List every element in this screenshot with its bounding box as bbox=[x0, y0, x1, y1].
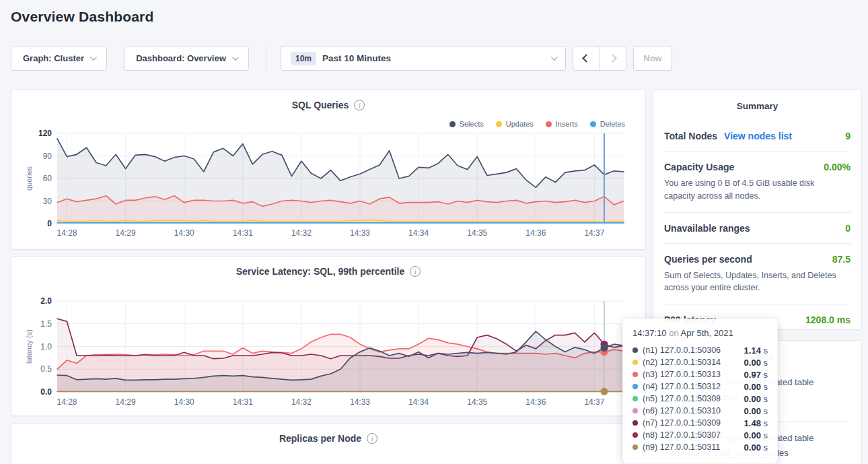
sql-queries-chart[interactable]: 030609012014:2814:2914:3014:3114:3214:33… bbox=[24, 128, 635, 242]
replicas-title: Replicas per Node bbox=[279, 433, 361, 444]
legend-label: Selects bbox=[460, 120, 484, 128]
time-range-picker[interactable]: 10m Past 10 Minutes bbox=[281, 46, 566, 71]
summary-panel: Summary Total Nodes View nodes list 9 Ca… bbox=[653, 90, 862, 330]
svg-text:14:32: 14:32 bbox=[291, 228, 312, 238]
tooltip-node-label: (n3) 127.0.0.1:50313 bbox=[643, 370, 721, 379]
tooltip-node-label: (n7) 127.0.0.1:50309 bbox=[643, 418, 721, 428]
graph-dropdown-label: Graph: Cluster bbox=[23, 53, 84, 63]
graph-dropdown[interactable]: Graph: Cluster bbox=[11, 46, 107, 71]
svg-text:14:29: 14:29 bbox=[116, 397, 136, 407]
svg-text:1.0: 1.0 bbox=[40, 342, 52, 352]
info-icon[interactable] bbox=[367, 433, 377, 444]
summary-row-unavailable: Unavailable ranges 0 bbox=[664, 213, 851, 234]
node-color-dot-icon bbox=[632, 347, 638, 353]
tooltip-node-value: 0.00 s bbox=[744, 406, 768, 416]
page-title: Overview Dashboard bbox=[11, 9, 154, 25]
svg-text:1.5: 1.5 bbox=[40, 319, 52, 329]
dashboard-dropdown[interactable]: Dashboard: Overview bbox=[124, 46, 249, 71]
tooltip-node-unit: s bbox=[761, 394, 768, 404]
unavailable-ranges-label: Unavailable ranges bbox=[664, 223, 750, 234]
svg-text:14:36: 14:36 bbox=[526, 228, 546, 238]
total-nodes-label: Total Nodes bbox=[664, 131, 717, 141]
tooltip-node-value: 0.00 s bbox=[744, 394, 768, 404]
legend-dot-icon bbox=[449, 121, 456, 127]
info-icon[interactable] bbox=[354, 100, 365, 110]
tooltip-node-row: (n9) 127.0.0.1:503110.00 s bbox=[632, 441, 768, 453]
chevron-right-icon bbox=[608, 54, 617, 63]
node-color-dot-icon bbox=[632, 444, 638, 450]
view-nodes-link[interactable]: View nodes list bbox=[724, 131, 792, 141]
p99-latency-value: 1208.0 ms bbox=[805, 314, 851, 325]
summary-title: Summary bbox=[664, 101, 851, 111]
tooltip-node-value: 1.48 s bbox=[744, 418, 768, 428]
summary-row-total-nodes: Total Nodes View nodes list 9 bbox=[664, 121, 851, 141]
tooltip-node-label: (n5) 127.0.0.1:50308 bbox=[643, 394, 721, 403]
svg-text:30: 30 bbox=[43, 197, 52, 206]
sql-queries-card: SQL Queries SelectsUpdatesInsertsDeletes… bbox=[11, 90, 646, 250]
legend-item-inserts[interactable]: Inserts bbox=[546, 120, 578, 128]
tooltip-node-unit: s bbox=[761, 345, 768, 356]
tooltip-node-row: (n3) 127.0.0.1:503130.97 s bbox=[632, 368, 768, 380]
total-nodes-value: 9 bbox=[845, 131, 851, 141]
svg-text:14:28: 14:28 bbox=[57, 228, 77, 238]
svg-text:14:30: 14:30 bbox=[174, 228, 194, 238]
tooltip-node-unit: s bbox=[761, 430, 768, 440]
latency-chart[interactable]: 0.00.51.01.52.014:2814:2914:3014:3114:32… bbox=[24, 290, 635, 411]
latency-card: Service Latency: SQL, 99th percentile 0.… bbox=[11, 256, 646, 416]
svg-text:queries: queries bbox=[25, 166, 33, 191]
svg-text:14:34: 14:34 bbox=[408, 228, 429, 238]
legend-item-deletes[interactable]: Deletes bbox=[590, 120, 625, 128]
chevron-down-icon bbox=[551, 54, 558, 61]
chevron-down-icon bbox=[90, 54, 97, 61]
now-button[interactable]: Now bbox=[633, 46, 672, 71]
svg-text:60: 60 bbox=[43, 174, 52, 183]
controls-divider bbox=[266, 44, 266, 72]
node-color-dot-icon bbox=[632, 360, 638, 365]
info-icon[interactable] bbox=[410, 266, 421, 277]
svg-text:0.5: 0.5 bbox=[40, 364, 52, 374]
svg-text:14:37: 14:37 bbox=[584, 397, 604, 407]
chart-legend: SelectsUpdatesInsertsDeletes bbox=[449, 120, 625, 128]
node-color-dot-icon bbox=[632, 396, 638, 401]
node-color-dot-icon bbox=[632, 408, 638, 413]
chevron-down-icon bbox=[232, 54, 239, 61]
qps-label: Queries per second bbox=[664, 254, 752, 265]
svg-text:14:34: 14:34 bbox=[408, 397, 429, 407]
tooltip-node-label: (n1) 127.0.0.1:50306 bbox=[643, 345, 721, 355]
legend-dot-icon bbox=[546, 121, 552, 127]
svg-text:14:29: 14:29 bbox=[116, 228, 136, 238]
capacity-description: You are using 0 B of 4.5 GiB usable disk… bbox=[664, 177, 851, 203]
capacity-label: Capacity Usage bbox=[664, 162, 734, 172]
tooltip-node-unit: s bbox=[761, 406, 768, 416]
svg-text:120: 120 bbox=[38, 129, 52, 138]
tooltip-node-row: (n7) 127.0.0.1:503091.48 s bbox=[632, 417, 768, 429]
legend-item-updates[interactable]: Updates bbox=[496, 120, 534, 128]
tooltip-node-unit: s bbox=[761, 418, 768, 428]
summary-row-capacity: Capacity Usage 0.00% bbox=[664, 152, 851, 172]
svg-text:14:28: 14:28 bbox=[57, 397, 77, 407]
legend-item-selects[interactable]: Selects bbox=[449, 120, 484, 128]
time-range-label: Past 10 Minutes bbox=[322, 53, 391, 63]
svg-text:14:33: 14:33 bbox=[350, 397, 370, 407]
svg-text:90: 90 bbox=[43, 152, 52, 161]
time-next-button[interactable] bbox=[600, 46, 626, 70]
tooltip-node-row: (n1) 127.0.0.1:503061.14 s bbox=[632, 344, 768, 356]
tooltip-node-unit: s bbox=[761, 358, 768, 368]
tooltip-node-unit: s bbox=[761, 370, 768, 380]
qps-description: Sum of Selects, Updates, Inserts, and De… bbox=[664, 269, 851, 295]
tooltip-node-value: 0.97 s bbox=[744, 370, 768, 380]
svg-text:14:33: 14:33 bbox=[350, 228, 370, 238]
legend-label: Deletes bbox=[600, 120, 625, 128]
svg-text:14:32: 14:32 bbox=[291, 397, 312, 407]
replicas-card: Replicas per Node bbox=[11, 423, 646, 464]
tooltip-node-label: (n8) 127.0.0.1:50307 bbox=[643, 430, 721, 440]
tooltip-node-value: 0.00 s bbox=[744, 442, 768, 453]
time-prev-button[interactable] bbox=[573, 46, 600, 70]
legend-dot-icon bbox=[496, 121, 502, 127]
tooltip-node-row: (n6) 127.0.0.1:503100.00 s bbox=[632, 405, 768, 417]
tooltip-node-row: (n2) 127.0.0.1:503140.00 s bbox=[632, 356, 768, 368]
tooltip-timestamp: 14:37:10 on Apr 5th, 2021 bbox=[632, 328, 768, 338]
legend-label: Updates bbox=[506, 120, 534, 128]
tooltip-node-row: (n4) 127.0.0.1:503120.00 s bbox=[632, 380, 768, 393]
summary-row-qps: Queries per second 87.5 bbox=[664, 244, 851, 265]
